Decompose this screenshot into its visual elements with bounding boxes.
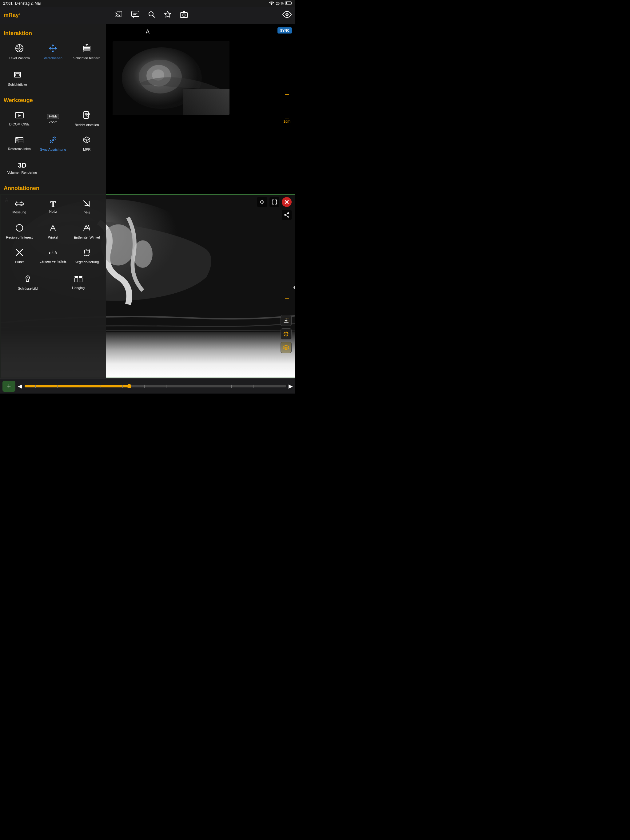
schichtdicke-tool[interactable]: Schichtdicke <box>4 67 32 90</box>
wifi-icon <box>269 1 274 6</box>
svg-rect-40 <box>15 203 24 205</box>
tick-5 <box>122 385 123 388</box>
timeline-slider[interactable] <box>25 385 286 387</box>
camera-icon[interactable] <box>180 11 188 20</box>
verschieben-label: Verschieben <box>44 56 62 60</box>
punkt-icon <box>15 248 24 259</box>
laengen-verhaeltnis-label: Längen-verhältnis <box>40 259 66 264</box>
svg-point-44 <box>86 249 87 251</box>
notiz-tool[interactable]: T Notiz <box>38 196 69 218</box>
referenz-linien-label: Referenz-linien <box>8 147 31 151</box>
svg-text:2:3: 2:3 <box>52 251 56 253</box>
timeline-add-button[interactable]: + <box>2 381 15 392</box>
bottom-tools: Schlüsselbild Hanging <box>4 272 103 294</box>
tick-7 <box>166 385 166 388</box>
timeline-next-button[interactable]: ▶ <box>288 383 293 390</box>
messung-tool[interactable]: Messung <box>4 196 35 218</box>
punkt-tool[interactable]: Punkt <box>4 245 35 267</box>
svg-rect-31 <box>83 48 90 50</box>
winkel-tool[interactable]: Winkel <box>38 221 69 243</box>
mri-image <box>112 41 230 115</box>
svg-point-6 <box>116 13 117 14</box>
pfeil-icon <box>82 199 91 210</box>
time-display: 17:01 <box>3 1 13 6</box>
app-logo: mRay● <box>4 12 20 19</box>
hanging-label: Hanging <box>72 286 85 290</box>
messung-icon <box>15 199 24 209</box>
timeline-prev-button[interactable]: ◀ <box>18 383 22 390</box>
schichten-blaettern-label: Schichten blättern <box>73 56 100 60</box>
svg-point-47 <box>27 277 28 278</box>
brightness-button[interactable] <box>280 328 291 339</box>
schlusselbild-tool[interactable]: Schlüsselbild <box>4 272 52 294</box>
sync-ausrichtung-tool[interactable]: Sync Ausrichtung <box>38 133 69 155</box>
segmentierung-icon <box>82 248 91 259</box>
expand-button[interactable] <box>269 197 279 207</box>
section-divider-1 <box>4 94 103 94</box>
annotationen-section: Annotationen Messung T No <box>4 185 103 294</box>
notiz-icon: T <box>50 200 56 208</box>
level-window-tool[interactable]: Level Window <box>4 41 35 63</box>
top-image-label: A <box>146 28 149 35</box>
tick-12 <box>275 385 275 388</box>
entfernter-winkel-icon <box>82 224 91 234</box>
zoom-badge: FREE <box>47 114 59 119</box>
timeline-thumb[interactable] <box>127 384 131 388</box>
svg-point-41 <box>16 224 23 231</box>
volumen-rendering-tool[interactable]: 3D Volumen Rendering <box>4 159 41 177</box>
svg-point-21 <box>133 240 153 268</box>
share-button[interactable] <box>282 210 291 220</box>
verschieben-tool[interactable]: Verschieben <box>38 41 69 63</box>
sync-ausrichtung-label: Sync Ausrichtung <box>40 148 66 152</box>
annotationen-tools: Messung T Notiz Pfeil <box>4 196 103 267</box>
entfernter-winkel-tool[interactable]: Entfernter Winkel <box>71 221 103 243</box>
referenz-linien-tool[interactable]: Referenz-linien <box>4 133 35 155</box>
top-scale-bar: 1cm <box>283 94 290 123</box>
sync-button[interactable]: SYNC <box>277 27 292 33</box>
referenz-linien-icon <box>15 136 24 146</box>
svg-rect-7 <box>131 11 139 17</box>
svg-point-26 <box>285 214 286 216</box>
gallery-icon[interactable] <box>115 11 123 20</box>
download-button[interactable] <box>280 315 291 326</box>
right-action-buttons <box>280 315 291 353</box>
layers-button[interactable] <box>280 342 291 353</box>
search-icon[interactable] <box>148 11 155 20</box>
tick-10 <box>231 385 232 388</box>
schlusselbild-icon <box>24 275 32 285</box>
segmentierung-label: Segmen-tierung <box>75 260 99 264</box>
level-window-icon <box>15 44 24 55</box>
level-window-label: Level Window <box>9 56 30 60</box>
svg-point-43 <box>84 250 85 251</box>
svg-point-29 <box>19 47 20 49</box>
laengen-verhaeltnis-tool[interactable]: 2:3 Längen-verhältnis <box>38 245 69 267</box>
zoom-tool[interactable]: FREE Zoom <box>38 108 69 130</box>
hanging-tool[interactable]: Hanging <box>54 272 103 294</box>
svg-rect-49 <box>79 278 82 282</box>
sync-ausrichtung-icon <box>49 136 57 146</box>
region-of-interest-tool[interactable]: Region of Interest <box>4 221 35 243</box>
winkel-label: Winkel <box>48 235 58 240</box>
chat-icon[interactable] <box>131 11 139 20</box>
mpr-label: MPR <box>83 148 90 152</box>
svg-point-46 <box>89 252 90 253</box>
laengen-verhaeltnis-icon: 2:3 <box>49 248 57 258</box>
sidebar-panel: Interaktion Level Window <box>0 24 106 378</box>
bericht-erstellen-label: Bericht erstellen <box>75 123 99 127</box>
schichten-blaettern-tool[interactable]: Schichten blättern <box>71 41 103 63</box>
tick-1 <box>35 385 36 388</box>
pfeil-tool[interactable]: Pfeil <box>71 196 103 218</box>
mpr-tool[interactable]: MPR <box>71 133 103 155</box>
move-control-button[interactable] <box>257 197 267 207</box>
svg-point-24 <box>288 212 289 214</box>
star-icon[interactable] <box>164 11 171 20</box>
segmentierung-tool[interactable]: Segmen-tierung <box>71 245 103 267</box>
close-viewer-button[interactable] <box>282 197 291 207</box>
notiz-label: Notiz <box>49 210 57 214</box>
punkt-label: Punkt <box>15 260 24 264</box>
bericht-erstellen-tool[interactable]: Bericht erstellen <box>71 108 103 130</box>
eye-icon[interactable] <box>282 11 291 20</box>
top-scale-label: 1cm <box>283 119 290 123</box>
tick-3 <box>79 385 79 388</box>
dicom-cine-tool[interactable]: DICOM CINE <box>4 108 35 130</box>
